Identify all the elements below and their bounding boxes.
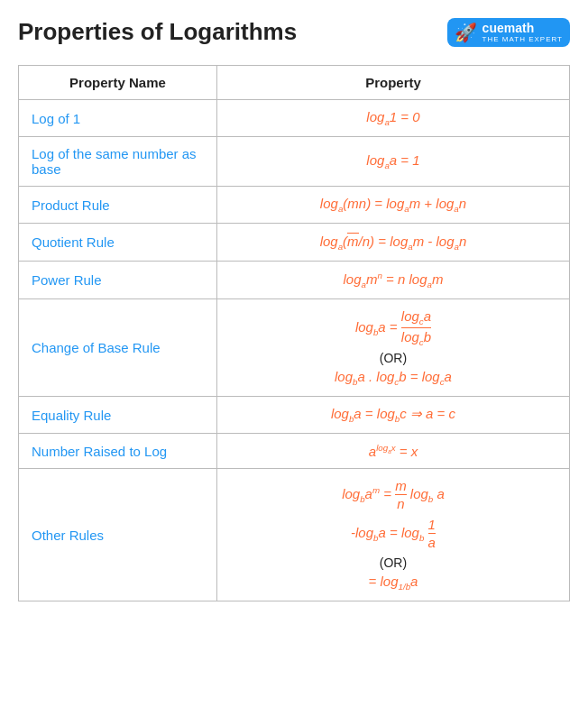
- logo-container: 🚀 cuemath THE MATH EXPERT: [447, 18, 570, 47]
- logo-tagline: THE MATH EXPERT: [482, 35, 563, 43]
- row-power-formula: logamn = n logam: [216, 262, 569, 299]
- row-other-name: Other Rules: [19, 469, 217, 601]
- row-loga-name: Log of the same number as base: [19, 137, 217, 187]
- table-row: Product Rule loga(mn) = logam + logan: [19, 187, 570, 224]
- table-row: Quotient Rule loga(m/n) = logam - logan: [19, 224, 570, 262]
- row-equality-formula: logba = logbc ⇒ a = c: [216, 397, 569, 434]
- properties-table: Property Name Property Log of 1 loga1 = …: [18, 65, 570, 601]
- table-row: Other Rules logbam = m n logb a -logba =…: [19, 469, 570, 601]
- row-changebase-formula: logba = logca logcb (OR) logba . logcb =…: [216, 299, 569, 397]
- fraction-other1: m n: [395, 478, 407, 511]
- table-row: Number Raised to Log alogax = x: [19, 434, 570, 469]
- row-log1-name: Log of 1: [19, 100, 217, 137]
- row-numraisedlog-name: Number Raised to Log: [19, 434, 217, 469]
- row-product-formula: loga(mn) = logam + logan: [216, 187, 569, 224]
- page-header: Properties of Logarithms 🚀 cuemath THE M…: [18, 18, 570, 47]
- or-label-1: (OR): [230, 351, 556, 365]
- row-log1-formula: loga1 = 0: [216, 100, 569, 137]
- row-power-name: Power Rule: [19, 262, 217, 299]
- fraction-other2: 1 a: [428, 517, 436, 550]
- logo-box: 🚀 cuemath THE MATH EXPERT: [447, 18, 570, 47]
- row-loga-formula: logaa = 1: [216, 137, 569, 187]
- table-row: Power Rule logamn = n logam: [19, 262, 570, 299]
- table-row: Equality Rule logba = logbc ⇒ a = c: [19, 397, 570, 434]
- table-row: Change of Base Rule logba = logca logcb …: [19, 299, 570, 397]
- row-product-name: Product Rule: [19, 187, 217, 224]
- row-other-formula: logbam = m n logb a -logba = logb 1 a: [216, 469, 569, 601]
- or-label-2: (OR): [230, 556, 556, 570]
- table-row: Log of 1 loga1 = 0: [19, 100, 570, 137]
- row-quotient-formula: loga(m/n) = logam - logan: [216, 224, 569, 262]
- col-property-name: Property Name: [19, 66, 217, 100]
- fraction-changebase: logca logcb: [401, 308, 431, 347]
- table-header-row: Property Name Property: [19, 66, 570, 100]
- row-equality-name: Equality Rule: [19, 397, 217, 434]
- row-changebase-name: Change of Base Rule: [19, 299, 217, 397]
- logo-name: cuemath: [482, 22, 563, 35]
- row-quotient-name: Quotient Rule: [19, 224, 217, 262]
- row-numraisedlog-formula: alogax = x: [216, 434, 569, 469]
- rocket-icon: 🚀: [455, 22, 477, 43]
- col-property: Property: [216, 66, 569, 100]
- page-title: Properties of Logarithms: [18, 18, 297, 46]
- table-row: Log of the same number as base logaa = 1: [19, 137, 570, 187]
